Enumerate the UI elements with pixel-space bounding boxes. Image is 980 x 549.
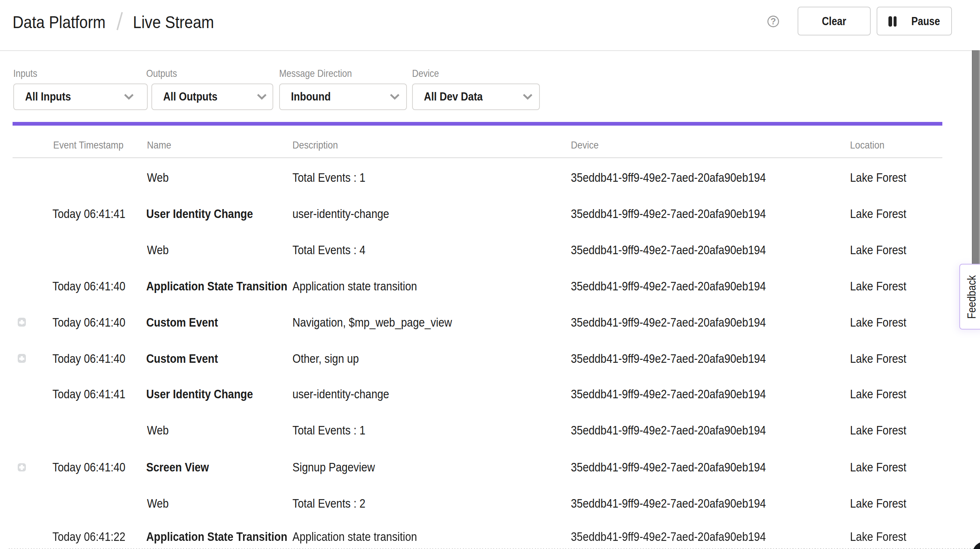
svg-text:?: ? bbox=[770, 17, 776, 27]
